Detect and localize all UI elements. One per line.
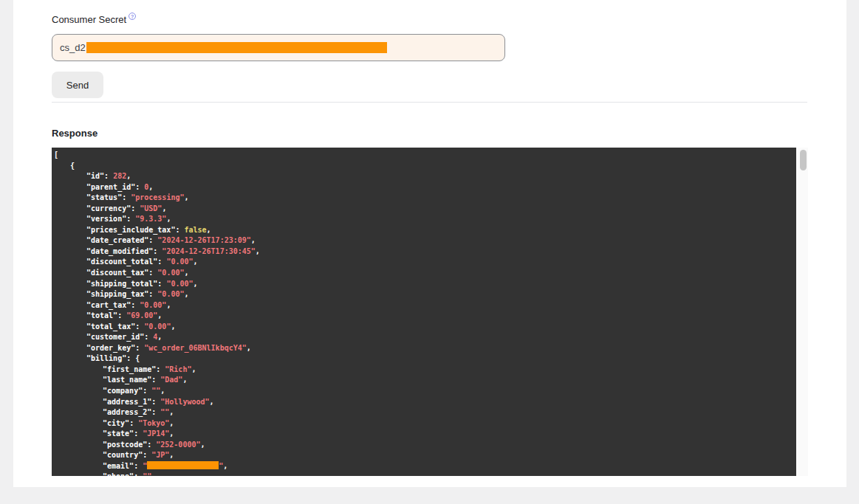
redacted-secret-bar [86, 42, 387, 53]
code-line: "status": "processing", [54, 193, 796, 204]
code-line: "version": "9.3.3", [54, 214, 796, 225]
redacted-email-bar [147, 461, 219, 469]
code-line: "total_tax": "0.00", [54, 322, 796, 333]
code-line: "shipping_total": "0.00", [54, 279, 796, 290]
code-line: "order_key": "wc_order_06BNlIkbqcY4", [54, 343, 796, 354]
code-line: "state": "JP14", [54, 429, 796, 440]
code-line: "company": "", [54, 386, 796, 397]
code-line: "discount_tax": "0.00", [54, 268, 796, 279]
code-line: "phone": "", [54, 472, 796, 476]
code-line: { [54, 161, 796, 172]
code-line: "currency": "USD", [54, 204, 796, 215]
code-line: "billing": { [54, 353, 796, 365]
consumer-secret-label-text: Consumer Secret [52, 14, 126, 25]
code-line: "prices_include_tax": false, [54, 225, 796, 236]
code-line: "total": "69.00", [54, 311, 796, 322]
response-scrollbar-thumb[interactable] [800, 150, 807, 170]
code-line: "discount_total": "0.00", [54, 257, 796, 268]
code-line: "customer_id": 4, [54, 332, 796, 343]
code-line: [ [54, 150, 796, 161]
code-line: "country": "JP", [54, 450, 796, 461]
code-line: "first_name": "Rich", [54, 365, 796, 376]
consumer-secret-input[interactable]: cs_d2 [52, 34, 505, 61]
page-background: { "form": { "consumer_secret_label": "Co… [0, 0, 859, 504]
response-scrollbar-track[interactable] [798, 148, 808, 476]
content-card: Consumer Secret? cs_d2 Send Response [{"… [13, 0, 846, 487]
code-line: "cart_tax": "0.00", [54, 300, 796, 311]
code-line: "shipping_tax": "0.00", [54, 289, 796, 300]
send-button[interactable]: Send [52, 72, 103, 98]
response-heading: Response [52, 128, 97, 139]
section-divider [52, 102, 807, 103]
code-line: "city": "Tokyo", [54, 418, 796, 429]
code-line: "date_modified": "2024-12-26T17:30:45", [54, 246, 796, 258]
code-line: "last_name": "Dad", [54, 375, 796, 386]
code-line: "address_1": "Hollywood", [54, 397, 796, 408]
response-code[interactable]: [{"id": 282,"parent_id": 0,"status": "pr… [52, 148, 796, 476]
code-line: "id": 282, [54, 171, 796, 182]
code-line: "email": "", [54, 461, 796, 472]
code-line: "postcode": "252-0000", [54, 440, 796, 451]
code-line: "date_created": "2024-12-26T17:23:09", [54, 235, 796, 246]
consumer-secret-value-prefix: cs_d2 [60, 42, 86, 53]
consumer-secret-label: Consumer Secret? [52, 13, 136, 25]
help-info-icon[interactable]: ? [129, 13, 136, 20]
code-line: "address_2": "", [54, 407, 796, 418]
code-line: "parent_id": 0, [54, 182, 796, 193]
